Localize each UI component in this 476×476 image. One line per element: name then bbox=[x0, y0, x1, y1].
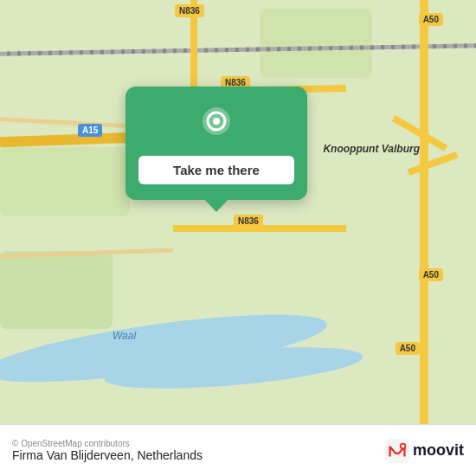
green-area bbox=[260, 9, 372, 78]
svg-rect-3 bbox=[385, 439, 409, 463]
moovit-icon bbox=[385, 439, 409, 463]
moovit-logo[interactable]: moovit bbox=[385, 439, 464, 463]
bottom-bar: © OpenStreetMap contributors Firma Van B… bbox=[0, 424, 476, 476]
knooppunt-label: Knooppunt Valburg bbox=[323, 143, 420, 155]
copyright-text: © OpenStreetMap contributors bbox=[12, 439, 203, 448]
green-area bbox=[0, 147, 130, 216]
svg-point-2 bbox=[213, 118, 220, 125]
map-pin-icon bbox=[196, 104, 237, 145]
location-title: Firma Van Blijderveen, Netherlands bbox=[12, 448, 203, 462]
moovit-text: moovit bbox=[413, 441, 464, 460]
road-badge-n836-top: N836 bbox=[175, 4, 204, 17]
svg-point-5 bbox=[402, 444, 405, 447]
location-popup: Take me there bbox=[125, 87, 307, 200]
road-badge-n836-lower: N836 bbox=[234, 215, 263, 228]
map-view: A15 A15 N836 N836 N836 A50 A50 A50 Knoop… bbox=[0, 0, 476, 424]
waal-label: Waal bbox=[113, 330, 136, 342]
road-badge-a50-lower: A50 bbox=[396, 342, 420, 355]
take-me-there-button[interactable]: Take me there bbox=[138, 156, 294, 184]
road-badge-a15: A15 bbox=[78, 124, 102, 137]
green-area bbox=[0, 251, 113, 329]
road-badge-a50-top: A50 bbox=[419, 13, 443, 26]
bottom-location-info: © OpenStreetMap contributors Firma Van B… bbox=[12, 439, 203, 462]
road-badge-a50-mid: A50 bbox=[419, 268, 443, 281]
road-a50 bbox=[420, 0, 428, 424]
